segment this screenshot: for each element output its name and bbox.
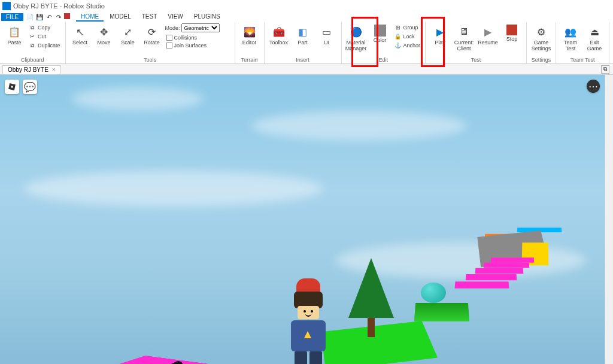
pink-hexagon-platform [19, 347, 314, 364]
toolbox-button[interactable]: 🧰Toolbox [268, 23, 290, 46]
toolbox-icon: 🧰 [272, 25, 286, 39]
window-title: Obby RJ BYTE - Roblox Studio [13, 2, 105, 10]
viewport-hud-right: ⋯ [587, 80, 600, 93]
duplicate-icon: ⧉ [29, 42, 36, 49]
group-team-test: 👥Team Test ⏏Exit Game Team Test [556, 22, 609, 63]
tab-model[interactable]: MODEL [105, 13, 136, 22]
group-tools: ↖Select ✥Move ⤢Scale ⟳Rotate Mode: Geome… [66, 22, 235, 63]
lock-button[interactable]: 🔒Lock [393, 32, 422, 41]
scale-button[interactable]: ⤢Scale [117, 23, 139, 46]
part-button[interactable]: ◧Part [292, 23, 314, 46]
exit-game-button[interactable]: ⏏Exit Game [584, 23, 605, 52]
anchor-icon: ⚓ [394, 42, 402, 49]
move-icon: ✥ [97, 25, 111, 39]
group-button[interactable]: ⊞Group [393, 23, 422, 32]
ribbon-tabs: HOME MODEL TEST VIEW PLUGINS [76, 13, 225, 22]
cursor-icon: ↖ [73, 25, 87, 39]
tab-view[interactable]: VIEW [163, 13, 188, 22]
tab-test[interactable]: TEST [137, 13, 162, 22]
stop-icon [506, 25, 517, 35]
duplicate-button[interactable]: ⧉Duplicate [28, 41, 62, 50]
copy-icon: ⧉ [29, 24, 36, 31]
ribbon: 📋 Paste ⧉Copy ✂Cut ⧉Duplicate Clipboard … [0, 22, 613, 64]
viewport-3d[interactable]: 💬 ⋯ ↖ [0, 75, 605, 364]
title-bar: Obby RJ BYTE - Roblox Studio [0, 0, 613, 12]
play-icon: ▶ [433, 25, 447, 39]
redo-icon[interactable]: ↷ [54, 13, 63, 22]
mode-label: Mode: [165, 25, 180, 31]
exit-icon: ⏏ [587, 25, 602, 39]
group-terrain: 🌄Editor Terrain [235, 22, 265, 63]
roblox-icon[interactable] [5, 80, 19, 94]
ui-icon: ▭ [320, 25, 334, 39]
cut-icon: ✂ [29, 33, 36, 40]
move-button[interactable]: ✥Move [93, 23, 115, 46]
paste-icon: 📋 [7, 25, 22, 39]
quick-access-toolbar: 📄 💾 ↶ ↷ [26, 13, 70, 22]
group-icon: ⊞ [394, 24, 402, 31]
group-insert: 🧰Toolbox ◧Part ▭UI Insert [265, 22, 342, 63]
right-scrollbar[interactable] [605, 75, 613, 364]
current-client-button[interactable]: 🖥Current: Client [453, 23, 475, 52]
group-settings: ⚙Game Settings Settings [527, 22, 556, 63]
cloud [24, 171, 323, 207]
rotate-icon: ⟳ [145, 25, 159, 39]
material-button[interactable]: 🔵Material Manager [345, 23, 367, 52]
stop-button[interactable]: Stop [501, 23, 523, 43]
document-tab[interactable]: Obby RJ BYTE × [2, 65, 61, 74]
chat-icon[interactable]: 💬 [23, 80, 37, 94]
document-tabs: Obby RJ BYTE × ⧉ [0, 64, 613, 75]
team-icon: 👥 [563, 25, 578, 39]
lock-icon: 🔒 [394, 33, 402, 40]
group-test: ▶Play 🖥Current: Client ▶Resume Stop Test [426, 22, 527, 63]
undo-icon[interactable]: ↶ [45, 13, 53, 22]
document-tab-label: Obby RJ BYTE [8, 66, 48, 73]
group-edit: 🔵Material Manager Color ⊞Group 🔒Lock ⚓An… [342, 22, 426, 63]
teal-sphere [421, 283, 446, 303]
material-icon: 🔵 [349, 25, 363, 39]
cut-button[interactable]: ✂Cut [28, 32, 62, 41]
grass-platform [414, 303, 469, 321]
group-clipboard: 📋 Paste ⧉Copy ✂Cut ⧉Duplicate Clipboard [0, 22, 66, 63]
resume-icon: ▶ [481, 25, 495, 39]
app-icon [2, 2, 11, 10]
tree [348, 258, 394, 337]
player-avatar [285, 278, 332, 364]
file-menu[interactable]: FILE [1, 13, 23, 21]
tab-home[interactable]: HOME [76, 13, 104, 22]
menu-bar: FILE 📄 💾 ↶ ↷ HOME MODEL TEST VIEW PLUGIN… [0, 12, 613, 22]
select-button[interactable]: ↖Select [69, 23, 91, 46]
cloud [72, 87, 204, 111]
save-icon[interactable]: 💾 [35, 13, 44, 22]
editor-button[interactable]: 🌄Editor [239, 23, 260, 46]
game-settings-button[interactable]: ⚙Game Settings [530, 23, 552, 52]
new-icon[interactable]: 📄 [26, 13, 34, 22]
menu-dots-icon[interactable]: ⋯ [587, 80, 600, 93]
color-icon [374, 25, 386, 37]
expand-panel-icon[interactable]: ⧉ [601, 65, 609, 74]
ui-button[interactable]: ▭UI [316, 23, 338, 46]
join-surfaces-checkbox[interactable]: Join Surfaces [165, 42, 231, 49]
close-icon[interactable]: × [52, 66, 56, 73]
rotate-button[interactable]: ⟳Rotate [141, 23, 163, 46]
anchor-button[interactable]: ⚓Anchor [393, 41, 422, 50]
terrain-icon: 🌄 [242, 25, 257, 39]
tab-plugins[interactable]: PLUGINS [189, 13, 225, 22]
mode-select[interactable]: Geometric [181, 23, 220, 32]
part-icon: ◧ [296, 25, 310, 39]
team-test-button[interactable]: 👥Team Test [560, 23, 581, 52]
viewport-hud-left: 💬 [5, 80, 37, 94]
copy-button[interactable]: ⧉Copy [28, 23, 62, 32]
cloud [251, 111, 467, 141]
scale-icon: ⤢ [121, 25, 135, 39]
monitor-icon: 🖥 [457, 25, 471, 39]
qat-square-icon[interactable] [64, 13, 70, 19]
collisions-checkbox[interactable]: Collisions [165, 34, 231, 41]
resume-button[interactable]: ▶Resume [477, 23, 499, 46]
color-button[interactable]: Color [369, 23, 391, 44]
gear-icon: ⚙ [534, 25, 548, 39]
svg-rect-2 [11, 86, 13, 88]
paste-button[interactable]: 📋 Paste [4, 23, 25, 46]
play-button[interactable]: ▶Play [429, 23, 451, 46]
